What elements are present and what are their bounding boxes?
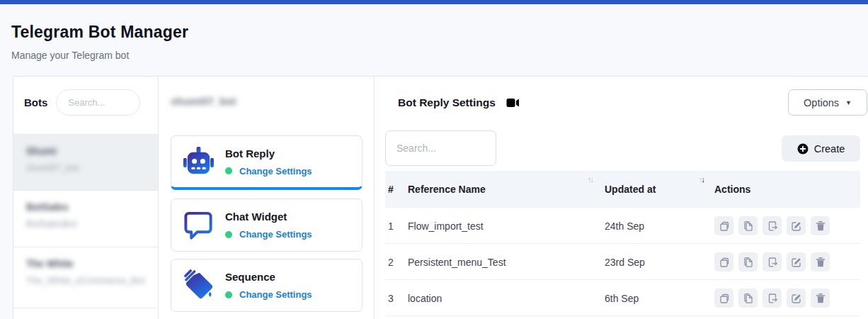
delete-button[interactable]	[811, 252, 830, 272]
bot-list-item[interactable]: BotSales BotSalesBot	[13, 191, 158, 247]
table-row: 1 Flow_import_test 24th Sep	[385, 208, 860, 244]
top-accent-bar	[0, 0, 868, 4]
card-chat-widget[interactable]: Chat Widget Change Settings	[171, 198, 362, 252]
updated-at-cell: 23rd Sep	[605, 244, 645, 280]
edit-button[interactable]	[787, 216, 806, 235]
reference-name-cell: Flow_import_test	[408, 208, 484, 244]
copy-button[interactable]	[738, 216, 758, 235]
export-button[interactable]	[763, 289, 782, 308]
column-header-num: #	[388, 171, 394, 208]
duplicate-button[interactable]	[714, 216, 733, 235]
selected-bot-title-redacted: shumi07_bot	[171, 95, 236, 107]
page-title: Telegram Bot Manager	[11, 23, 188, 42]
bot-list-item[interactable]	[13, 308, 158, 319]
export-button[interactable]	[763, 216, 782, 235]
delete-button[interactable]	[811, 216, 830, 235]
bot-username-redacted: The_White_eCommerce_Bot	[26, 275, 147, 286]
edit-button[interactable]	[787, 252, 806, 272]
change-settings-link[interactable]: Change Settings	[239, 229, 312, 240]
row-actions	[714, 280, 830, 316]
video-camera-icon[interactable]	[506, 98, 520, 108]
card-title: Bot Reply	[225, 147, 312, 160]
reference-name-cell: location	[408, 280, 442, 316]
panel-title: Bot Reply Settings	[398, 96, 496, 109]
page-subtitle: Manage your Telegram bot	[11, 50, 188, 61]
create-label: Create	[814, 143, 845, 155]
create-button[interactable]: Create	[782, 135, 860, 162]
reference-name-cell: Persistent_menu_Test	[408, 244, 506, 280]
card-bot-reply[interactable]: Bot Reply Change Settings	[171, 135, 362, 190]
copy-button[interactable]	[738, 252, 758, 272]
updated-at-cell: 24th Sep	[605, 208, 644, 244]
chat-bubble-icon	[182, 208, 215, 242]
bot-name-redacted: The White	[26, 258, 147, 269]
duplicate-button[interactable]	[714, 289, 733, 308]
row-actions	[714, 208, 830, 244]
duplicate-button[interactable]	[714, 252, 733, 272]
bots-panel-title: Bots	[24, 96, 47, 108]
card-title: Sequence	[225, 271, 312, 283]
bot-name-redacted: Shumi	[26, 145, 147, 157]
column-header-actions: Actions	[714, 171, 750, 208]
row-number: 3	[388, 280, 394, 316]
status-dot	[225, 167, 232, 174]
chevron-down-icon: ▼	[845, 99, 852, 106]
page-header: Telegram Bot Manager Manage your Telegra…	[11, 23, 188, 61]
bot-username-redacted: shumi07_bot	[26, 162, 147, 173]
change-settings-link[interactable]: Change Settings	[239, 166, 312, 177]
row-number: 2	[388, 244, 394, 280]
bots-search-input[interactable]	[56, 89, 140, 116]
export-button[interactable]	[763, 252, 782, 272]
updated-at-cell: 6th Sep	[605, 280, 639, 316]
row-actions	[714, 244, 830, 280]
sort-icon-reference[interactable]: ↑↓	[588, 175, 593, 184]
bot-settings-column: shumi07_bot Bot Reply	[159, 77, 374, 319]
copy-button[interactable]	[738, 289, 758, 308]
column-header-updated-at: Updated at	[605, 171, 656, 208]
options-button[interactable]: Options ▼	[788, 89, 867, 116]
bot-username-redacted: BotSalesBot	[26, 218, 147, 229]
change-settings-link[interactable]: Change Settings	[239, 289, 312, 300]
card-sequence[interactable]: Sequence Change Settings	[171, 259, 362, 312]
table-row: 3 location 6th Sep	[385, 280, 860, 316]
delete-button[interactable]	[811, 289, 830, 308]
bots-sidebar: Bots Shumi shumi07_bot BotSales BotSales…	[13, 77, 158, 319]
row-number: 1	[388, 208, 394, 244]
edit-button[interactable]	[787, 289, 806, 308]
status-dot	[225, 291, 232, 298]
column-header-reference-name: Reference Name	[408, 171, 486, 208]
paint-bucket-icon	[182, 269, 215, 302]
table-header: # Reference Name ↑↓ Updated at ↑↓ Action…	[385, 171, 860, 208]
bot-list-item[interactable]: Shumi shumi07_bot	[13, 134, 158, 191]
options-label: Options	[804, 97, 839, 108]
bot-reply-table: # Reference Name ↑↓ Updated at ↑↓ Action…	[385, 171, 860, 316]
table-row: 2 Persistent_menu_Test 23rd Sep	[385, 244, 860, 280]
content-panel: Bots Shumi shumi07_bot BotSales BotSales…	[13, 76, 868, 319]
card-title: Chat Widget	[225, 211, 312, 223]
robot-icon	[182, 145, 215, 179]
status-dot	[225, 231, 232, 238]
bot-name-redacted: BotSales	[26, 201, 147, 213]
plus-circle-icon	[797, 143, 809, 155]
reference-search-input[interactable]	[385, 130, 496, 166]
bot-list-item[interactable]: The White The_White_eCommerce_Bot	[13, 247, 158, 308]
bot-list: Shumi shumi07_bot BotSales BotSalesBot T…	[13, 134, 158, 319]
sort-icon-updated[interactable]: ↑↓	[699, 175, 704, 184]
